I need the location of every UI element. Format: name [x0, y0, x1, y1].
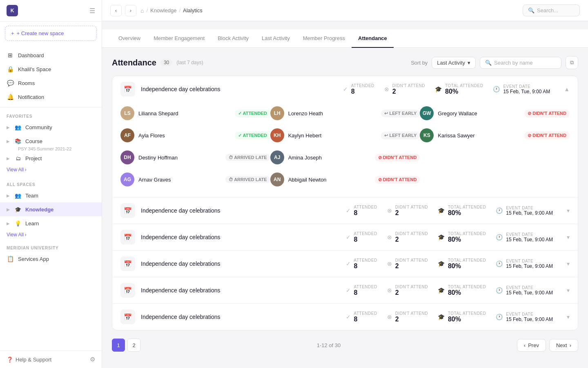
sidebar-item-notification[interactable]: 🔔 Notification	[0, 90, 102, 104]
attended-stat: ✓ ATTENDED 8	[346, 231, 377, 243]
tab-last-activity[interactable]: Last Activity	[255, 29, 296, 48]
total-attended-stat: 🎓 TOTAL ATTENDED 80%	[438, 231, 486, 243]
lock-icon: 🔒	[7, 65, 14, 73]
empty-cell	[420, 146, 570, 168]
event-header-1[interactable]: 📅 Independence day celebrations ✓ ATTEND…	[112, 197, 578, 224]
x-icon: ⊗	[387, 207, 392, 214]
event-header-0[interactable]: 📅 Independence day celebrations ✓ ATTEND…	[112, 76, 578, 102]
sidebar-item-project[interactable]: ▶ 🗂 Project	[0, 151, 102, 165]
learn-icon: 💡	[14, 219, 22, 227]
total-attended-stat: 🎓 TOTAL ATTENDED 80%	[438, 258, 486, 270]
arrow-icon: ▶	[7, 193, 10, 198]
filter-button[interactable]: ⧉	[566, 56, 578, 69]
help-support-link[interactable]: ❓ Help & Support	[7, 357, 51, 363]
attendee-item: KH Kaylyn Hebert ↩ LEFT EARLY	[270, 124, 420, 146]
didnt-attend-stat: ⊗ DIDN'T ATTEND 2	[387, 205, 428, 217]
attendance-header: Attendance 30 (last 7 days) Sort by Last…	[112, 56, 578, 69]
attendee-name: Ayla Flores	[138, 132, 165, 139]
global-search[interactable]: 🔍 Search...	[523, 4, 580, 16]
settings-icon[interactable]: ⚙	[90, 356, 95, 363]
filter-icon: ⧉	[570, 59, 574, 66]
status-badge: ⏱ ARRIVED LATE	[225, 176, 270, 183]
tab-block-activity[interactable]: Block Activity	[211, 29, 255, 48]
chevron-icon: ▲	[564, 86, 570, 92]
sidebar-header: K ☰	[0, 0, 102, 22]
grad-icon: 🎓	[438, 207, 445, 214]
create-new-space-button[interactable]: + + Create new space	[5, 26, 97, 41]
event-row: 📅 Independence day celebrations ✓ ATTEND…	[112, 197, 578, 224]
event-calendar-icon: 📅	[120, 203, 135, 218]
sidebar-item-rooms[interactable]: 💬 Rooms	[0, 76, 102, 90]
status-badge: ⊘ DIDN'T ATTEND	[375, 154, 420, 162]
all-spaces-section: ALL SPACES ▶ 👥 Team ▶ 🎓 Knowledge ▶ 💡 Le…	[0, 177, 102, 241]
attendee-name: Lorenzo Heath	[288, 110, 323, 117]
spaces-view-all[interactable]: View All ›	[0, 230, 102, 241]
breadcrumb-knowledge[interactable]: Knowledge	[150, 7, 176, 13]
meridian-section: MERIDIAN UNIVERSITY 📋 Services App	[0, 241, 102, 266]
didnt-attend-stat: ⊗ DIDN'T ATTEND 2	[387, 311, 428, 323]
chevron-icon: ▾	[567, 234, 570, 240]
event-name: Independence day celebrations	[141, 314, 346, 320]
search-icon: 🔍	[528, 7, 535, 13]
page-2-button[interactable]: 2	[127, 339, 140, 352]
search-icon: 🔍	[485, 60, 492, 66]
clock-icon: 🕐	[496, 260, 503, 267]
tab-member-engagement[interactable]: Member Engagement	[147, 29, 211, 48]
prev-button[interactable]: ‹ Prev	[517, 339, 546, 352]
avatar: AG	[120, 173, 134, 186]
check-icon: ✓	[346, 234, 351, 240]
grad-icon: 🎓	[435, 86, 442, 92]
period-label: (last 7 days)	[176, 60, 203, 65]
tab-overview[interactable]: Overview	[112, 29, 147, 48]
event-date-stat: 🕐 EVENT DATE 15 Feb, Tue, 9:00 AM	[496, 206, 553, 216]
event-name: Independence day celebrations	[141, 287, 346, 294]
back-button[interactable]: ‹	[110, 5, 122, 16]
events-list: 📅 Independence day celebrations ✓ ATTEND…	[112, 76, 578, 330]
sidebar-item-knowledge[interactable]: ▶ 🎓 Knowledge	[0, 202, 102, 216]
event-calendar-icon: 📅	[120, 310, 135, 324]
forward-button[interactable]: ›	[125, 5, 136, 16]
sort-dropdown[interactable]: Last Activity ▾	[432, 57, 476, 69]
event-header-4[interactable]: 📅 Independence day celebrations ✓ ATTEND…	[112, 277, 578, 303]
event-header-3[interactable]: 📅 Independence day celebrations ✓ ATTEND…	[112, 251, 578, 277]
x-icon: ⊗	[387, 314, 392, 320]
x-icon: ⊗	[387, 287, 392, 294]
attendee-item: AJ Amina Joseph ⊘ DIDN'T ATTEND	[270, 146, 420, 168]
sidebar-item-dashboard[interactable]: ⊞ Dashboard	[0, 48, 102, 62]
nav-buttons: ‹ Prev Next ›	[517, 339, 578, 352]
attendee-name: Arnav Graves	[138, 177, 171, 183]
attendees-grid: LS Lilianna Shepard ✓ ATTENDED LH	[112, 102, 578, 197]
total-attended-stat: 🎓 TOTAL ATTENDED 80%	[438, 311, 486, 323]
sidebar-item-team[interactable]: ▶ 👥 Team	[0, 188, 102, 202]
arrow-icon: ▶	[7, 125, 10, 130]
sidebar-item-services-app[interactable]: 📋 Services App	[0, 252, 102, 266]
home-icon[interactable]: ⌂	[140, 7, 144, 14]
clock-icon: 🕐	[496, 234, 503, 240]
tab-member-progress[interactable]: Member Progress	[296, 29, 352, 48]
favorites-view-all[interactable]: View All ›	[0, 165, 102, 176]
navigation-arrows: ‹ ›	[110, 5, 136, 16]
chevron-icon: ▾	[567, 314, 570, 320]
attended-stat: ✓ ATTENDED 8	[346, 285, 377, 296]
sidebar-item-community[interactable]: ▶ 👥 Community	[0, 120, 102, 134]
attendee-item: AN Abbigail Newton ⊘ DIDN'T ATTEND	[270, 168, 420, 191]
course-subtitle: PSY 345 Summer 2021-22	[0, 146, 102, 151]
event-header-2[interactable]: 📅 Independence day celebrations ✓ ATTEND…	[112, 224, 578, 250]
check-icon: ✓	[346, 260, 351, 267]
sidebar-item-course[interactable]: ▶ 📚 Course	[0, 134, 102, 148]
page-1-button[interactable]: 1	[112, 339, 125, 352]
clock-icon: 🕐	[496, 314, 503, 320]
chevron-icon: ▾	[567, 260, 570, 267]
status-badge: ⊘ DIDN'T ATTEND	[524, 110, 570, 117]
status-badge: ↩ LEFT EARLY	[381, 110, 420, 117]
menu-icon[interactable]: ☰	[89, 7, 95, 15]
tab-attendance[interactable]: Attendance	[352, 29, 394, 48]
sidebar-item-learn[interactable]: ▶ 💡 Learn	[0, 216, 102, 230]
chevron-down-icon: ▾	[468, 60, 470, 66]
event-header-5[interactable]: 📅 Independence day celebrations ✓ ATTEND…	[112, 304, 578, 330]
search-name-input[interactable]: 🔍 Search by name	[480, 57, 561, 69]
sidebar-item-khalils-space[interactable]: 🔒 Khalil's Space	[0, 62, 102, 76]
next-button[interactable]: Next ›	[549, 339, 578, 352]
avatar: KH	[270, 128, 284, 142]
didnt-attend-stat: ⊗ DIDN'T ATTEND 2	[387, 231, 428, 243]
